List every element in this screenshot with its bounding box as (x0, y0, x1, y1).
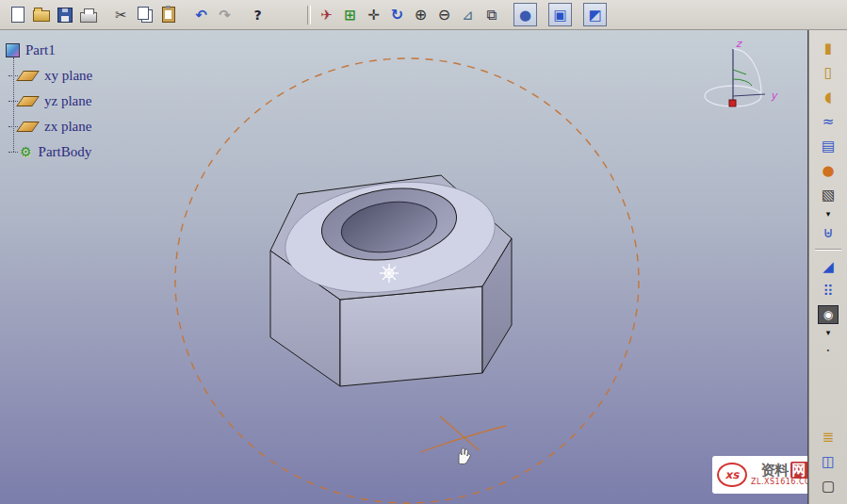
zoom-out-icon[interactable]: ⊖ (433, 4, 455, 25)
toolbar-separator (307, 6, 311, 24)
boolean-ops-icon[interactable]: ⊎ (817, 222, 839, 243)
hide-show-icon[interactable]: ▣ (548, 3, 572, 26)
viewport-3d[interactable]: Part1 xy plane yz plane zx plane ⚙ PartB… (0, 30, 808, 504)
compass-meridian (733, 49, 761, 96)
tree-stub (8, 101, 18, 103)
compass-y-axis (733, 94, 765, 96)
cut-icon[interactable]: ✂ (110, 4, 132, 25)
hex-nut-model[interactable] (270, 170, 512, 386)
shaft-icon[interactable]: ◖ (817, 87, 839, 107)
partbody-gear-icon: ⚙ (20, 144, 32, 160)
layers-icon[interactable]: ≣ (817, 427, 839, 447)
xy-plane-label[interactable]: xy plane (42, 68, 94, 84)
open-icon[interactable] (30, 4, 52, 25)
paste-icon[interactable] (157, 4, 179, 25)
copy-icon[interactable] (134, 4, 155, 25)
part-icon (6, 43, 20, 57)
orange-cross[interactable] (420, 416, 506, 452)
redo-icon[interactable]: ↷ (214, 4, 236, 25)
sphere-icon[interactable]: ● (817, 160, 839, 181)
compass-y-label: y (771, 89, 778, 102)
spec-tree: Part1 xy plane yz plane zx plane ⚙ PartB… (6, 38, 94, 165)
chamfer-icon[interactable]: ◢ (817, 256, 839, 277)
fly-mode-icon[interactable]: ✈ (316, 4, 337, 25)
top-toolbar: ✂ ↶ ↷ ? ✈ ⊞ ✛ ↻ ⊕ ⊖ ⊿ ⧉ ● ▣ ◩ (0, 0, 847, 30)
pad-icon[interactable]: ▮ (817, 38, 839, 58)
compass-green-line (733, 70, 746, 74)
stiffener-icon[interactable]: ▤ (817, 136, 839, 156)
slot-icon[interactable]: ≈ (817, 111, 839, 132)
pan-icon[interactable]: ✛ (363, 4, 384, 25)
tree-root-label[interactable]: Part1 (24, 42, 57, 58)
shading-mode-icon[interactable]: ● (513, 3, 537, 26)
watermark-logo: xs (717, 463, 747, 487)
undo-icon[interactable]: ↶ (190, 4, 212, 25)
screen-icon[interactable]: ▢ (817, 476, 839, 496)
save-icon[interactable] (54, 4, 75, 25)
origin-marker (380, 264, 399, 283)
tree-node-partbody[interactable]: ⚙ PartBody (6, 139, 94, 165)
toolbox-icon[interactable]: ◫ (817, 451, 839, 472)
pocket-icon[interactable]: ▯ (817, 62, 839, 83)
plane-icon (16, 122, 40, 132)
flyout-arrow-icon[interactable]: ▾ (817, 209, 839, 219)
flyout-arrow-icon[interactable]: ▾ (817, 328, 839, 337)
clipboard-shape (162, 7, 175, 23)
tree-stub (8, 152, 18, 154)
normal-view-icon[interactable]: ⊿ (457, 4, 479, 25)
plane-icon (16, 71, 40, 81)
compass-z-label: z (736, 38, 742, 50)
cursor-hand (459, 448, 470, 464)
fit-all-icon[interactable]: ⊞ (339, 4, 361, 25)
axis-system-icon[interactable]: ▧ (817, 185, 839, 205)
yz-plane-label[interactable]: yz plane (42, 93, 93, 109)
zx-plane-label[interactable]: zx plane (42, 119, 93, 135)
blank-page-shape (11, 7, 24, 23)
zoom-in-icon[interactable]: ⊕ (410, 4, 432, 25)
tree-node-zx-plane[interactable]: zx plane (6, 114, 94, 139)
print-icon[interactable] (77, 4, 99, 25)
right-toolbar: ▮ ▯ ◖ ≈ ▤ ● ▧ ▾ ⊎ ◢ ⠿ ◉ ▾ · ≣ ◫ ▢ (808, 30, 847, 504)
view-compass[interactable]: z y (684, 36, 790, 138)
measure-icon[interactable]: ◉ (818, 305, 839, 324)
partbody-label[interactable]: PartBody (37, 144, 94, 160)
watermark-name: 资料网 (761, 463, 808, 479)
watermark: xs 资料网 ZL.XS1616.COM (712, 456, 808, 494)
more-icon[interactable]: · (817, 341, 839, 362)
rotate-icon[interactable]: ↻ (386, 4, 408, 25)
printer-shape (80, 12, 97, 23)
pattern-icon[interactable]: ⠿ (817, 281, 839, 301)
tree-stub (8, 75, 18, 77)
new-icon[interactable] (7, 4, 28, 25)
compass-green-arc (733, 79, 752, 86)
tree-stub (8, 126, 18, 128)
floppy-shape (57, 8, 73, 23)
copy-pages-shape (138, 7, 149, 20)
tree-node-xy-plane[interactable]: xy plane (6, 63, 94, 89)
plane-icon (16, 96, 40, 106)
tree-node-root[interactable]: Part1 (6, 38, 94, 63)
compass-origin-dot[interactable] (729, 100, 736, 106)
multi-view-icon[interactable]: ⧉ (481, 4, 502, 25)
watermark-url: ZL.XS1616.COM (751, 479, 808, 487)
swap-visible-space-icon[interactable]: ◩ (583, 3, 607, 26)
tree-node-yz-plane[interactable]: yz plane (6, 89, 94, 114)
help-icon[interactable]: ? (247, 4, 269, 25)
folder-shape (33, 10, 50, 22)
toolbar-separator (815, 249, 841, 251)
